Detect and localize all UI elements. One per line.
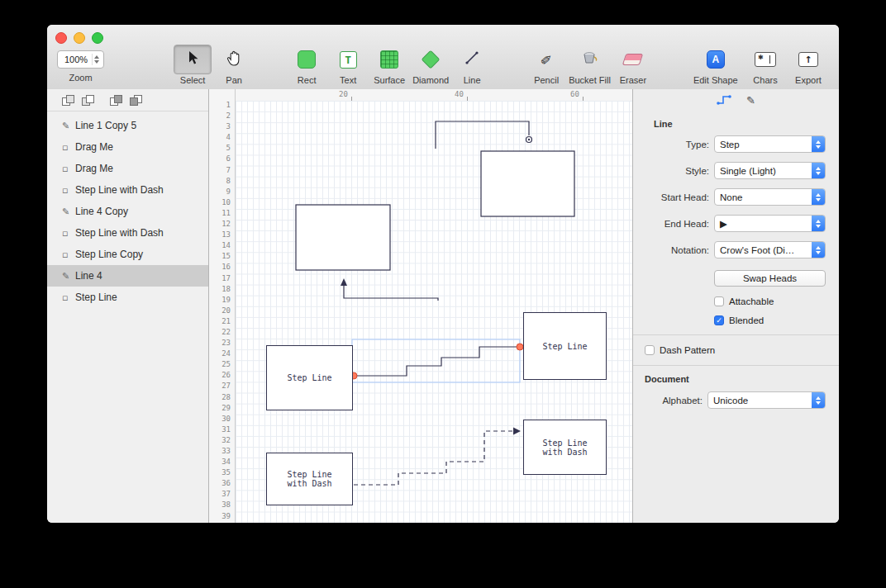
- row-number: 35: [209, 468, 235, 479]
- toolbar: 100% Zoom Select Pan Rect: [47, 25, 839, 90]
- surface-tool-button[interactable]: Surface: [370, 45, 408, 85]
- dropdown-stepper-icon: [812, 216, 825, 231]
- line-tool-button[interactable]: Line: [453, 45, 491, 85]
- pan-tool-button[interactable]: Pan: [215, 45, 253, 85]
- layers-sidebar: ✎Line 1 Copy 5▫Drag Me▫Drag Me▫Step Line…: [47, 89, 209, 523]
- row-gutter: 1234567891011121314151617181920212223242…: [209, 101, 236, 523]
- step-line-with-dash-box[interactable]: Step Line with Dash: [523, 420, 607, 475]
- toolbar-row: 100% Zoom Select Pan Rect: [47, 45, 839, 85]
- row-number: 33: [209, 447, 235, 458]
- layer-item[interactable]: ▫Step Line Copy: [47, 244, 208, 265]
- ruler-column-label: 60: [570, 90, 579, 98]
- endpoint-handle[interactable]: [517, 344, 523, 350]
- diamond-tool-button[interactable]: Diamond: [412, 45, 450, 85]
- layer-item[interactable]: ✎Line 4 Copy: [47, 201, 208, 222]
- step-line-circle-end[interactable]: [436, 121, 532, 149]
- close-button[interactable]: [55, 32, 67, 44]
- layer-item[interactable]: ✎Line 1 Copy 5: [47, 115, 208, 136]
- pencil-icon: ✎: [62, 206, 75, 217]
- row-number: 19: [209, 296, 235, 306]
- document-section-title: Document: [645, 374, 839, 384]
- shape-inspector-tab[interactable]: [717, 95, 731, 105]
- row-number: 2: [209, 111, 235, 122]
- chars-button[interactable]: Chars: [746, 45, 784, 85]
- layer-list: ✎Line 1 Copy 5▫Drag Me▫Drag Me▫Step Line…: [47, 111, 208, 308]
- rect-shape[interactable]: [481, 151, 574, 216]
- layer-item[interactable]: ▫Step Line: [47, 287, 208, 308]
- end-head-label: End Head:: [633, 219, 714, 229]
- dash-pattern-row[interactable]: Dash Pattern: [633, 337, 839, 363]
- ruler-top: 204060: [209, 89, 632, 102]
- layer-item[interactable]: ▫Step Line with Dash: [47, 179, 208, 201]
- row-number: 28: [209, 393, 235, 404]
- zoom-stepper[interactable]: 100%: [57, 50, 104, 69]
- row-number: 14: [209, 241, 235, 252]
- style-inspector-tab[interactable]: ✎: [746, 94, 755, 107]
- row-number: 16: [209, 263, 235, 273]
- select-tool-button[interactable]: Select: [174, 45, 212, 85]
- stepper-arrows-icon[interactable]: [92, 54, 101, 65]
- bring-forward-icon[interactable]: [110, 95, 122, 106]
- traffic-lights: [55, 32, 103, 44]
- start-head-dropdown[interactable]: None: [714, 188, 826, 206]
- square-icon: ▫: [62, 185, 75, 196]
- alphabet-field: Alphabet: Unicode: [633, 391, 826, 409]
- layer-item[interactable]: ▫Drag Me: [47, 136, 208, 158]
- ruler-column-label: 40: [455, 90, 464, 98]
- selected-step-line[interactable]: [354, 347, 520, 376]
- line-section-title: Line: [654, 119, 839, 129]
- rect-tool-icon: [298, 50, 316, 69]
- ruler-corner: [209, 89, 236, 101]
- row-number: 24: [209, 349, 235, 360]
- dropdown-stepper-icon: [812, 136, 825, 152]
- type-dropdown[interactable]: Step: [714, 135, 826, 153]
- layer-item-label: Step Line with Dash: [75, 227, 164, 239]
- layer-item-label: Drag Me: [75, 163, 113, 174]
- send-backward-icon[interactable]: [130, 95, 142, 106]
- row-number: 13: [209, 230, 235, 241]
- eraser-tool-button[interactable]: Eraser: [614, 45, 652, 85]
- row-number: 37: [209, 490, 235, 500]
- blended-checkbox-row[interactable]: Blended: [714, 315, 839, 325]
- alphabet-dropdown[interactable]: Unicode: [707, 391, 826, 409]
- dashed-step-line[interactable]: [354, 428, 521, 486]
- edit-shape-button[interactable]: Edit Shape: [693, 45, 738, 85]
- dash-pattern-checkbox[interactable]: [645, 345, 655, 355]
- swap-heads-button[interactable]: Swap Heads: [714, 270, 826, 287]
- blended-checkbox[interactable]: [714, 315, 724, 325]
- rect-tool-button[interactable]: Rect: [288, 45, 326, 85]
- layer-item[interactable]: ▫Drag Me: [47, 158, 208, 179]
- row-number: 15: [209, 252, 235, 263]
- rect-shape[interactable]: [296, 205, 390, 270]
- layer-item[interactable]: ✎Line 4: [47, 265, 208, 287]
- end-head-dropdown[interactable]: ▶: [714, 215, 826, 232]
- text-tool-button[interactable]: Text: [329, 45, 367, 85]
- row-number: 34: [209, 458, 235, 468]
- zoom-window-button[interactable]: [92, 32, 103, 44]
- bucket-fill-tool-button[interactable]: Bucket Fill: [569, 45, 611, 85]
- row-number: 5: [209, 144, 235, 154]
- ungroup-icon[interactable]: [82, 95, 94, 106]
- minimize-button[interactable]: [74, 32, 85, 44]
- export-button[interactable]: Export: [789, 45, 827, 85]
- row-number: 11: [209, 209, 235, 220]
- attachable-checkbox-row[interactable]: Attachable: [714, 296, 839, 306]
- canvas-grid[interactable]: Step Line Step Line Step Line with Dash …: [236, 101, 632, 523]
- layer-item[interactable]: ▫Step Line with Dash: [47, 222, 208, 244]
- row-number: 31: [209, 425, 235, 436]
- type-value: Step: [715, 140, 812, 149]
- group-icon[interactable]: [62, 95, 74, 106]
- attachable-checkbox[interactable]: [714, 296, 724, 306]
- step-line-with-dash-box[interactable]: Step Line with Dash: [266, 453, 353, 505]
- step-line-arrow-up[interactable]: [341, 278, 438, 301]
- step-line-box[interactable]: Step Line: [266, 345, 353, 410]
- ruler-strip: 204060: [236, 89, 632, 101]
- pencil-tool-button[interactable]: ✏ Pencil: [527, 45, 565, 85]
- style-dropdown[interactable]: Single (Light): [714, 162, 826, 179]
- dropdown-stepper-icon: [812, 189, 825, 205]
- square-icon: ▫: [62, 249, 75, 260]
- step-line-box[interactable]: Step Line: [523, 312, 607, 380]
- notation-dropdown[interactable]: Crow's Foot (Di…: [714, 241, 826, 258]
- surface-tool-icon: [380, 50, 398, 69]
- dropdown-stepper-icon: [812, 392, 825, 408]
